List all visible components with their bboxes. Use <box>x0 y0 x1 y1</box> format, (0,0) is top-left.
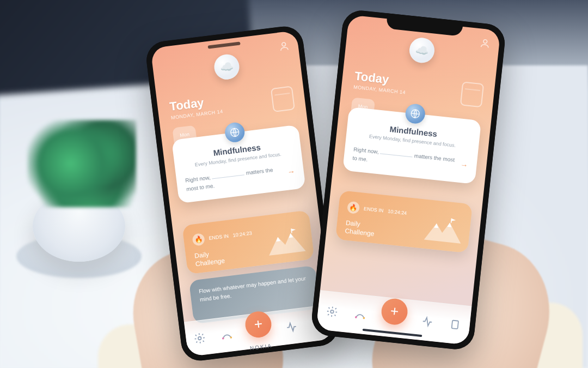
add-button[interactable]: + <box>244 310 273 339</box>
arrow-right-icon[interactable]: → <box>286 165 296 178</box>
tab-settings[interactable] <box>191 329 208 346</box>
add-button[interactable]: + <box>380 297 409 326</box>
arrow-right-icon[interactable]: → <box>460 159 468 172</box>
challenge-title: Daily Challenge <box>345 219 376 238</box>
app-screen-ios: ☁️ Today MONDAY, MARCH 14 Mon 14 Mindful… <box>316 15 500 345</box>
challenge-title: Daily Challenge <box>194 249 225 268</box>
globe-icon <box>224 122 246 143</box>
profile-icon[interactable] <box>479 37 491 49</box>
calendar-icon[interactable] <box>271 86 295 112</box>
tab-cards[interactable] <box>447 316 464 333</box>
avatar[interactable]: ☁️ <box>408 37 436 64</box>
background-plant <box>11 142 131 262</box>
tab-activity[interactable] <box>283 318 300 335</box>
tab-path[interactable] <box>218 326 235 343</box>
calendar-icon[interactable] <box>460 81 484 107</box>
blank-input[interactable] <box>380 153 413 157</box>
avatar-emoji: ☁️ <box>219 59 235 74</box>
avatar-emoji: ☁️ <box>414 43 429 57</box>
globe-icon <box>405 103 426 125</box>
svg-point-10 <box>330 310 334 313</box>
profile-icon[interactable] <box>278 40 290 52</box>
svg-point-3 <box>198 336 201 340</box>
flame-icon: 🔥 <box>347 201 360 214</box>
challenge-card[interactable]: 🔥 ENDS IN 10:24:24 Daily Challenge <box>335 190 473 253</box>
mindfulness-prompt[interactable]: Right now, matters the most to me. → <box>185 163 296 194</box>
svg-rect-13 <box>452 320 458 329</box>
challenge-card[interactable]: 🔥 ENDS IN 10:24:23 Daily Challenge <box>182 210 314 274</box>
day-chip-dow: Mon <box>180 131 190 138</box>
ends-in-label: ENDS IN <box>209 233 229 241</box>
tab-bar: + <box>316 290 471 345</box>
svg-point-7 <box>483 39 487 43</box>
countdown: 10:24:24 <box>388 208 407 216</box>
quote-text: Flow with whatever may happen and let yo… <box>198 274 309 303</box>
tab-path[interactable] <box>352 306 369 323</box>
tab-settings[interactable] <box>324 303 341 320</box>
phone-iphone: ☁️ Today MONDAY, MARCH 14 Mon 14 Mindful… <box>310 9 506 351</box>
avatar[interactable]: ☁️ <box>213 53 241 81</box>
mountain-icon <box>419 212 466 249</box>
blank-input[interactable] <box>212 174 245 179</box>
countdown: 10:24:23 <box>232 230 252 238</box>
mountain-icon <box>261 224 309 261</box>
svg-point-0 <box>282 43 286 46</box>
tab-activity[interactable] <box>419 313 436 330</box>
app-screen-android: ☁️ Today MONDAY, MARCH 14 Mon 14 Mindful… <box>150 31 334 357</box>
mindfulness-card[interactable]: Mindfulness Every Monday, find presence … <box>342 107 481 184</box>
ends-in-label: ENDS IN <box>364 206 384 214</box>
mindfulness-prompt[interactable]: Right now, matters the most to me. → <box>352 145 469 174</box>
flame-icon: 🔥 <box>192 233 205 246</box>
